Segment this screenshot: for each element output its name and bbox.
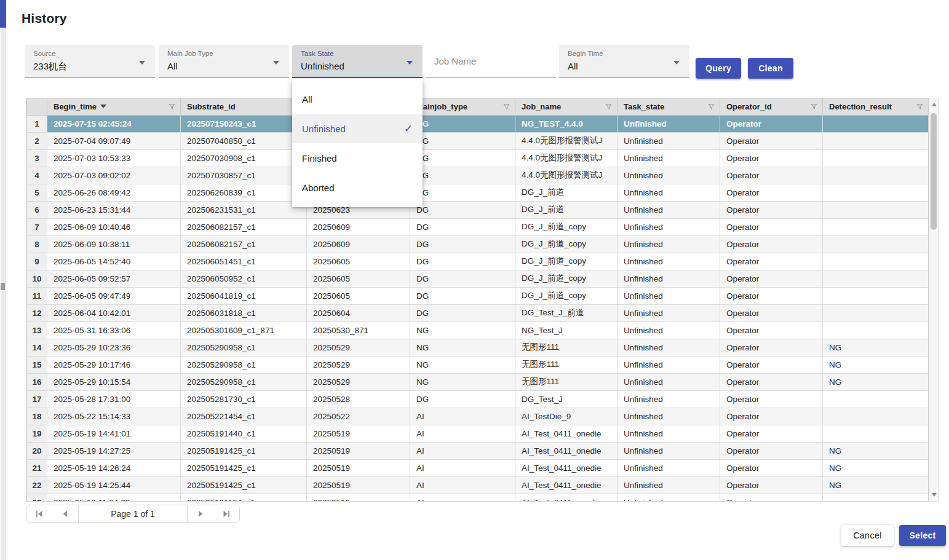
menu-item-finished[interactable]: Finished	[292, 143, 423, 173]
previous-page-button[interactable]	[52, 505, 78, 522]
cell-lot_id: 20250529	[307, 356, 410, 373]
cancel-button[interactable]: Cancel	[841, 525, 894, 546]
filter-icon[interactable]	[169, 103, 175, 110]
cell-mainjob_type: NG	[410, 149, 515, 167]
cell-operator_id: Operator	[720, 304, 823, 321]
table-row[interactable]: 62025-06-23 15:31:44202506231531_c120250…	[27, 201, 929, 218]
filter-icon[interactable]	[811, 103, 817, 110]
table-row[interactable]: 82025-06-09 10:38:11202506082157_c120250…	[27, 235, 929, 253]
begin-time-select[interactable]: Begin Time All	[559, 45, 689, 78]
scroll-down-icon[interactable]	[932, 493, 937, 497]
cell-substrate_id: 202507040850_c1	[181, 132, 307, 149]
column-header-task_state[interactable]: Task_state	[617, 98, 720, 115]
cell-begin_time: 2025-07-04 09:07:49	[47, 132, 181, 149]
last-page-button[interactable]	[213, 505, 239, 522]
cell-begin_time: 2025-06-05 09:47:49	[47, 287, 181, 304]
table-row[interactable]: 212025-05-19 14:26:24202505191425_c12025…	[27, 459, 929, 476]
table-row[interactable]: 102025-06-05 09:52:57202506050952_c12025…	[27, 270, 929, 287]
cell-begin_time: 2025-05-29 10:15:54	[47, 373, 181, 390]
menu-item-unfinished[interactable]: Unfinished✓	[292, 114, 423, 143]
cell-operator_id: Operator	[720, 425, 823, 442]
query-button[interactable]: Query	[696, 58, 741, 79]
cell-task_state: Unfinished	[617, 201, 720, 218]
cell-detection_result	[823, 115, 929, 132]
table-vertical-scrollbar[interactable]	[929, 98, 939, 502]
cell-mainjob_type: DG	[410, 304, 515, 321]
cell-job_name: DG_J_前道_copy	[515, 235, 617, 253]
column-header-job_name[interactable]: Job_name	[515, 98, 617, 115]
table-row[interactable]: 152025-05-29 10:17:46202505290958_c12025…	[27, 356, 929, 373]
table-row[interactable]: 192025-05-19 14:41:01202505191440_c12025…	[27, 425, 929, 442]
main-job-type-select[interactable]: Main Job Type All	[159, 45, 289, 78]
scroll-up-icon[interactable]	[932, 103, 937, 106]
filter-icon[interactable]	[605, 103, 612, 110]
scrollbar-thumb[interactable]	[931, 113, 937, 230]
table-row[interactable]: 52025-06-26 08:49:42202506260839_c120250…	[27, 184, 929, 201]
table-row[interactable]: 72025-06-09 10:40:46202506082157_c120250…	[27, 218, 929, 235]
cell-lot_id: 20250609	[307, 218, 410, 235]
cell-substrate_id: 202505191425_c1	[181, 476, 307, 494]
clean-button[interactable]: Clean	[748, 58, 793, 79]
row-number-cell: 3	[27, 149, 47, 167]
cell-job_name: 无图形111	[515, 339, 617, 356]
cell-task_state: Unfinished	[617, 149, 720, 167]
main-job-type-value: All	[167, 61, 178, 71]
table-header-row: Begin_timeSubstrate_idMainjob_typeJob_na…	[27, 98, 929, 115]
cell-begin_time: 2025-06-05 09:52:57	[47, 270, 181, 287]
table-row[interactable]: 122025-06-04 10:42:01202506031818_c12025…	[27, 304, 929, 321]
menu-item-label: Unfinished	[302, 124, 346, 134]
table-row[interactable]: 32025-07-03 10:53:33202507030908_c120250…	[27, 149, 929, 167]
cell-detection_result	[823, 184, 929, 201]
table-row[interactable]: 92025-06-05 14:52:40202506051451_c120250…	[27, 253, 929, 270]
table-row[interactable]: 22025-07-04 09:07:49202507040850_c120250…	[27, 132, 929, 149]
cell-detection_result: NG	[823, 459, 929, 476]
menu-item-label: Aborted	[302, 183, 335, 193]
cell-substrate_id: 202505191104_c1	[181, 494, 307, 502]
column-header-substrate_id[interactable]: Substrate_id	[181, 98, 307, 115]
menu-item-aborted[interactable]: Aborted	[292, 173, 423, 202]
cell-task_state: Unfinished	[617, 287, 720, 304]
cell-operator_id: Operator	[720, 235, 823, 253]
table-row[interactable]: 112025-06-05 09:47:49202506041819_c12025…	[27, 287, 929, 304]
cell-job_name: DG_Test_J_前道	[515, 304, 617, 321]
job-name-input[interactable]	[426, 45, 556, 78]
table-row[interactable]: 232025-05-19 11:04:02202505191104_c12025…	[27, 494, 929, 502]
chevron-down-icon	[673, 61, 680, 65]
table-row[interactable]: 132025-05-31 16:33:06202505301609_c1_871…	[27, 321, 929, 339]
page-scrollbar-thumb[interactable]	[1, 283, 5, 290]
column-header-mainjob_type[interactable]: Mainjob_type	[410, 98, 515, 115]
first-page-icon	[34, 510, 44, 518]
first-page-button[interactable]	[26, 505, 52, 522]
page-scrollbar[interactable]	[1, 28, 6, 560]
cell-job_name: NG_Test_J	[515, 321, 617, 339]
cell-substrate_id: 202506050952_c1	[181, 270, 307, 287]
chevron-down-icon	[273, 61, 279, 65]
sort-desc-icon	[100, 105, 106, 108]
source-select[interactable]: Source 233机台	[25, 45, 155, 78]
row-number-cell: 4	[27, 167, 47, 184]
table-row[interactable]: 182025-05-22 15:14:33202505221454_c12025…	[27, 408, 929, 425]
column-header-begin_time[interactable]: Begin_time	[47, 98, 181, 115]
table-row[interactable]: 12025-07-15 02:45:24202507150243_c120250…	[27, 115, 929, 132]
table-row[interactable]: 162025-05-29 10:15:54202505290958_c12025…	[27, 373, 929, 390]
menu-item-all[interactable]: All	[292, 84, 423, 114]
filter-icon[interactable]	[916, 103, 923, 110]
cell-detection_result	[823, 270, 929, 287]
begin-time-value: All	[568, 61, 578, 71]
cell-mainjob_type: DG	[410, 390, 515, 408]
table-row[interactable]: 172025-05-28 17:31:00202505281730_c12025…	[27, 390, 929, 408]
column-header-detection_result[interactable]: Detection_result	[823, 98, 929, 115]
cell-lot_id: 20250529	[307, 373, 410, 390]
column-label: Mainjob_type	[416, 102, 467, 111]
table-row[interactable]: 202025-05-19 14:27:25202505191425_c12025…	[27, 442, 929, 459]
column-header-operator_id[interactable]: Operator_id	[720, 98, 823, 115]
select-button[interactable]: Select	[899, 525, 946, 546]
task-state-select[interactable]: Task State Unfinished	[292, 45, 423, 78]
cell-mainjob_type: NG	[410, 356, 515, 373]
table-row[interactable]: 222025-05-19 14:25:44202505191425_c12025…	[27, 476, 929, 494]
table-row[interactable]: 42025-07-03 09:02:02202507030857_c120250…	[27, 167, 929, 184]
table-row[interactable]: 142025-05-29 10:23:36202505290958_c12025…	[27, 339, 929, 356]
filter-icon[interactable]	[503, 103, 510, 110]
next-page-button[interactable]	[188, 505, 213, 522]
filter-icon[interactable]	[708, 103, 715, 110]
